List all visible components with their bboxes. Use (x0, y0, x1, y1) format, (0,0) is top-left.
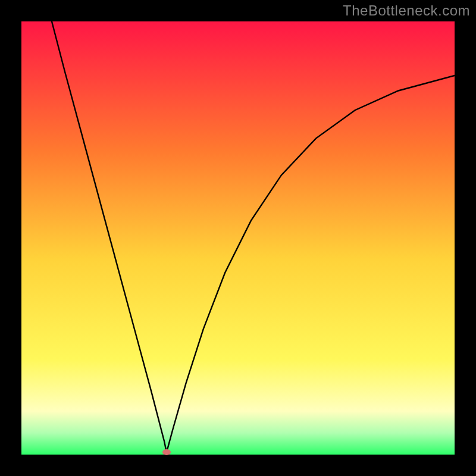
watermark-text: TheBottleneck.com (343, 2, 470, 19)
bottleneck-curve (52, 21, 455, 452)
curve-layer (21, 21, 455, 455)
min-point-marker (162, 449, 171, 455)
chart-frame: TheBottleneck.com (0, 0, 476, 476)
